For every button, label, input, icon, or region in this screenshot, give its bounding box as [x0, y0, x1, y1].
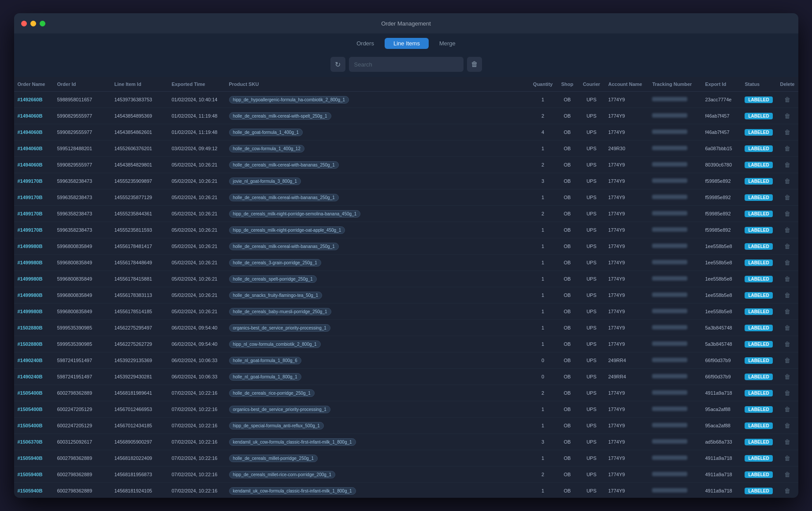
delete-cell[interactable]: 🗑: [776, 271, 798, 287]
quantity: 3: [530, 173, 556, 189]
refresh-button[interactable]: ↻: [330, 57, 345, 72]
delete-row-button[interactable]: 🗑: [782, 95, 792, 104]
shop: OB: [556, 157, 578, 173]
delete-row-button[interactable]: 🗑: [782, 160, 792, 169]
table-row: #1506370B 6003125092617 14568905900297 0…: [14, 434, 798, 450]
delete-cell[interactable]: 🗑: [776, 189, 798, 206]
refresh-icon: ↻: [335, 60, 341, 69]
maximize-button[interactable]: [40, 21, 45, 26]
delete-row-button[interactable]: 🗑: [782, 323, 792, 332]
exported-time: 07/02/2024, 10:22:16: [168, 418, 226, 434]
delete-row-button[interactable]: 🗑: [782, 437, 792, 446]
delete-cell[interactable]: 🗑: [776, 336, 798, 352]
delete-cell[interactable]: 🗑: [776, 206, 798, 222]
delete-cell[interactable]: 🗑: [776, 434, 798, 450]
delete-row-button[interactable]: 🗑: [782, 405, 792, 414]
table-container[interactable]: Order Name Order Id Line Item Id Exporte…: [14, 77, 798, 498]
delete-row-button[interactable]: 🗑: [782, 226, 792, 234]
order-name: #1499170B: [14, 222, 54, 238]
status-badge: LABELED: [741, 304, 776, 320]
search-input[interactable]: [349, 57, 463, 72]
order-id: 5996358238473: [54, 173, 111, 189]
delete-cell[interactable]: 🗑: [776, 483, 798, 498]
delete-cell[interactable]: 🗑: [776, 238, 798, 255]
delete-cell[interactable]: 🗑: [776, 141, 798, 157]
order-id: 5996800835849: [54, 287, 111, 304]
delete-cell[interactable]: 🗑: [776, 124, 798, 141]
delete-cell[interactable]: 🗑: [776, 369, 798, 385]
line-item-id: 14562275295497: [111, 320, 168, 336]
delete-row-button[interactable]: 🗑: [782, 258, 792, 267]
delete-row-button[interactable]: 🗑: [782, 274, 792, 283]
order-name: #1499980B: [14, 271, 54, 287]
delete-row-button[interactable]: 🗑: [782, 307, 792, 316]
close-button[interactable]: [21, 21, 27, 26]
tracking-number: [649, 108, 701, 124]
tracking-number: [649, 418, 701, 434]
col-header-line-item-id: Line Item Id: [111, 77, 168, 92]
courier: UPS: [578, 369, 604, 385]
order-name: #1490240B: [14, 352, 54, 369]
delete-row-button[interactable]: 🗑: [782, 144, 792, 153]
delete-cell[interactable]: 🗑: [776, 304, 798, 320]
shop: OB: [556, 108, 578, 124]
exported-time: 03/02/2024, 09:49:12: [168, 141, 226, 157]
order-name: #1499980B: [14, 255, 54, 271]
delete-cell[interactable]: 🗑: [776, 385, 798, 401]
export-id: 1ee558b5e8: [701, 238, 741, 255]
delete-cell[interactable]: 🗑: [776, 92, 798, 108]
tab-orders[interactable]: Orders: [348, 38, 383, 49]
delete-cell[interactable]: 🗑: [776, 352, 798, 369]
table-row: #1505400B 6002247205129 14567012466953 0…: [14, 401, 798, 418]
account-name: 1774Y9: [604, 238, 649, 255]
delete-row-button[interactable]: 🗑: [782, 421, 792, 430]
delete-row-button[interactable]: 🗑: [782, 372, 792, 381]
quantity: 1: [530, 483, 556, 498]
col-header-order-id: Order Id: [54, 77, 111, 92]
delete-cell[interactable]: 🗑: [776, 418, 798, 434]
delete-cell[interactable]: 🗑: [776, 287, 798, 304]
courier: UPS: [578, 222, 604, 238]
delete-cell[interactable]: 🗑: [776, 222, 798, 238]
minimize-button[interactable]: [30, 21, 36, 26]
order-name: #1505400B: [14, 385, 54, 401]
delete-cell[interactable]: 🗑: [776, 173, 798, 189]
exported-time: 07/02/2024, 10:22:16: [168, 385, 226, 401]
delete-row-button[interactable]: 🗑: [782, 209, 792, 218]
account-name: 1774Y9: [604, 467, 649, 483]
delete-row-button[interactable]: 🗑: [782, 356, 792, 365]
delete-row-button[interactable]: 🗑: [782, 486, 792, 495]
table-row: #1499980B 5996800835849 14556178514185 0…: [14, 304, 798, 320]
order-id: 5990829555977: [54, 124, 111, 141]
delete-row-button[interactable]: 🗑: [782, 242, 792, 251]
delete-cell[interactable]: 🗑: [776, 450, 798, 467]
delete-cell[interactable]: 🗑: [776, 157, 798, 173]
delete-cell[interactable]: 🗑: [776, 108, 798, 124]
delete-row-button[interactable]: 🗑: [782, 454, 792, 463]
courier: UPS: [578, 189, 604, 206]
delete-row-button[interactable]: 🗑: [782, 193, 792, 202]
delete-cell[interactable]: 🗑: [776, 401, 798, 418]
line-item-id: 14568181989641: [111, 385, 168, 401]
line-item-id: 14556178514185: [111, 304, 168, 320]
delete-cell[interactable]: 🗑: [776, 467, 798, 483]
export-id: 23acc7774e: [701, 92, 741, 108]
account-name: 1774Y9: [604, 320, 649, 336]
delete-row-button[interactable]: 🗑: [782, 128, 792, 137]
tab-line-items[interactable]: Line Items: [385, 38, 429, 49]
line-item-id: 14555235811593: [111, 222, 168, 238]
shop: OB: [556, 385, 578, 401]
delete-row-button[interactable]: 🗑: [782, 111, 792, 120]
courier: UPS: [578, 255, 604, 271]
delete-row-button[interactable]: 🗑: [782, 177, 792, 185]
delete-row-button[interactable]: 🗑: [782, 470, 792, 479]
delete-row-button[interactable]: 🗑: [782, 291, 792, 300]
delete-cell[interactable]: 🗑: [776, 320, 798, 336]
tab-merge[interactable]: Merge: [430, 38, 464, 49]
nav-bar: Orders Line Items Merge: [14, 33, 798, 53]
delete-row-button[interactable]: 🗑: [782, 389, 792, 397]
delete-row-button[interactable]: 🗑: [782, 340, 792, 348]
delete-cell[interactable]: 🗑: [776, 255, 798, 271]
delete-button[interactable]: 🗑: [467, 57, 482, 72]
courier: UPS: [578, 434, 604, 450]
